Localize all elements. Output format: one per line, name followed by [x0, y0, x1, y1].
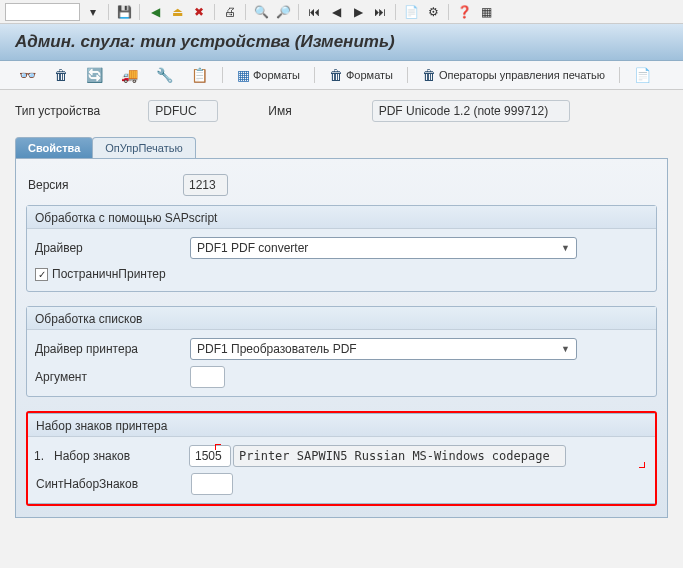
synt-label: СинтНаборЗнаков	[36, 477, 191, 491]
sapscript-group: Обработка с помощью SAPscript Драйвер PD…	[26, 205, 657, 292]
system-toolbar: ▾ 💾 ◀ ⏏ ✖ 🖨 🔍 🔎 ⏮ ◀ ▶ ⏭ 📄 ⚙ ❓ ▦	[0, 0, 683, 24]
header-fields: Тип устройства PDFUC Имя PDF Unicode 1.2…	[0, 90, 683, 132]
trash-icon: 🗑	[54, 67, 68, 83]
charset-group-title: Набор знаков принтера	[28, 414, 655, 437]
version-value: 1213	[183, 174, 228, 196]
page-icon: 📄	[634, 67, 651, 83]
back-icon[interactable]: ◀	[146, 3, 164, 21]
transport-button[interactable]: 🚚	[117, 65, 142, 85]
driver-select-value: PDF1 PDF converter	[197, 241, 308, 255]
more-button[interactable]: 📄	[630, 65, 655, 85]
driver-label: Драйвер	[35, 241, 190, 255]
truck-icon: 🚚	[121, 67, 138, 83]
window-title: Админ. спула: тип устройства (Изменить)	[0, 24, 683, 61]
find-icon[interactable]: 🔍	[252, 3, 270, 21]
dropdown-icon[interactable]: ▾	[84, 3, 102, 21]
last-page-icon[interactable]: ⏭	[371, 3, 389, 21]
exit-icon[interactable]: ⏏	[168, 3, 186, 21]
printer-driver-label: Драйвер принтера	[35, 342, 190, 356]
sapscript-group-title: Обработка с помощью SAPscript	[27, 206, 656, 229]
new-session-icon[interactable]: 📄	[402, 3, 420, 21]
synt-input[interactable]	[191, 473, 233, 495]
version-label: Версия	[28, 178, 183, 192]
application-toolbar: 👓 🗑 🔄 🚚 🔧 📋 ▦ Форматы 🗑 Форматы 🗑 Операт…	[0, 61, 683, 90]
driver-select[interactable]: PDF1 PDF converter ▼	[190, 237, 577, 259]
shortcut-icon[interactable]: ⚙	[424, 3, 442, 21]
save-icon[interactable]: 💾	[115, 3, 133, 21]
command-field[interactable]	[5, 3, 80, 21]
next-page-icon[interactable]: ▶	[349, 3, 367, 21]
refresh-button[interactable]: 🔄	[82, 65, 107, 85]
charset-row-num: 1.	[34, 449, 54, 463]
find-next-icon[interactable]: 🔎	[274, 3, 292, 21]
charset-group: Набор знаков принтера 1. Набор знаков Pr…	[28, 413, 655, 504]
print-icon[interactable]: 🖨	[221, 3, 239, 21]
charset-label: Набор знаков	[54, 449, 189, 463]
device-type-value: PDFUC	[148, 100, 218, 122]
delete-button[interactable]: 🗑	[50, 65, 72, 85]
argument-label: Аргумент	[35, 370, 190, 384]
tab-content: Версия 1213 Обработка с помощью SAPscrip…	[15, 158, 668, 518]
copy-icon: 📋	[191, 67, 208, 83]
lists-group: Обработка списков Драйвер принтера PDF1 …	[26, 306, 657, 397]
printer-driver-select[interactable]: PDF1 Преобразователь PDF ▼	[190, 338, 577, 360]
toggle-button[interactable]: 👓	[15, 65, 40, 85]
page-printer-checkbox[interactable]: ✓	[35, 268, 48, 281]
formats1-button[interactable]: ▦ Форматы	[233, 65, 304, 85]
chevron-down-icon: ▼	[561, 243, 570, 253]
trash3-icon: 🗑	[422, 67, 436, 83]
formats2-label: Форматы	[346, 69, 393, 81]
lists-group-title: Обработка списков	[27, 307, 656, 330]
device-type-label: Тип устройства	[15, 104, 145, 118]
name-value: PDF Unicode 1.2 (note 999712)	[372, 100, 570, 122]
wrench-icon: 🔧	[156, 67, 173, 83]
formats2-button[interactable]: 🗑 Форматы	[325, 65, 397, 85]
help-icon[interactable]: ❓	[455, 3, 473, 21]
prev-page-icon[interactable]: ◀	[327, 3, 345, 21]
chevron-down-icon: ▼	[561, 344, 570, 354]
formats1-label: Форматы	[253, 69, 300, 81]
name-label: Имя	[268, 104, 368, 118]
grid-icon: ▦	[237, 67, 250, 83]
copy-button[interactable]: 📋	[187, 65, 212, 85]
tool-button[interactable]: 🔧	[152, 65, 177, 85]
refresh-icon: 🔄	[86, 67, 103, 83]
first-page-icon[interactable]: ⏮	[305, 3, 323, 21]
charset-code-input[interactable]	[189, 445, 231, 467]
trash2-icon: 🗑	[329, 67, 343, 83]
tab-strip: Свойства ОпУпрПечатью	[15, 137, 668, 158]
tab-print-ops[interactable]: ОпУпрПечатью	[92, 137, 195, 158]
page-printer-label: ПостраничнПринтер	[52, 267, 166, 281]
charset-desc: Printer SAPWIN5 Russian MS-Windows codep…	[233, 445, 566, 467]
print-ops-label: Операторы управления печатью	[439, 69, 605, 81]
tab-properties[interactable]: Свойства	[15, 137, 93, 158]
print-ops-button[interactable]: 🗑 Операторы управления печатью	[418, 65, 609, 85]
printer-driver-value: PDF1 Преобразователь PDF	[197, 342, 357, 356]
layout-icon[interactable]: ▦	[477, 3, 495, 21]
cancel-icon[interactable]: ✖	[190, 3, 208, 21]
toggle-icon: 👓	[19, 67, 36, 83]
argument-input[interactable]	[190, 366, 225, 388]
